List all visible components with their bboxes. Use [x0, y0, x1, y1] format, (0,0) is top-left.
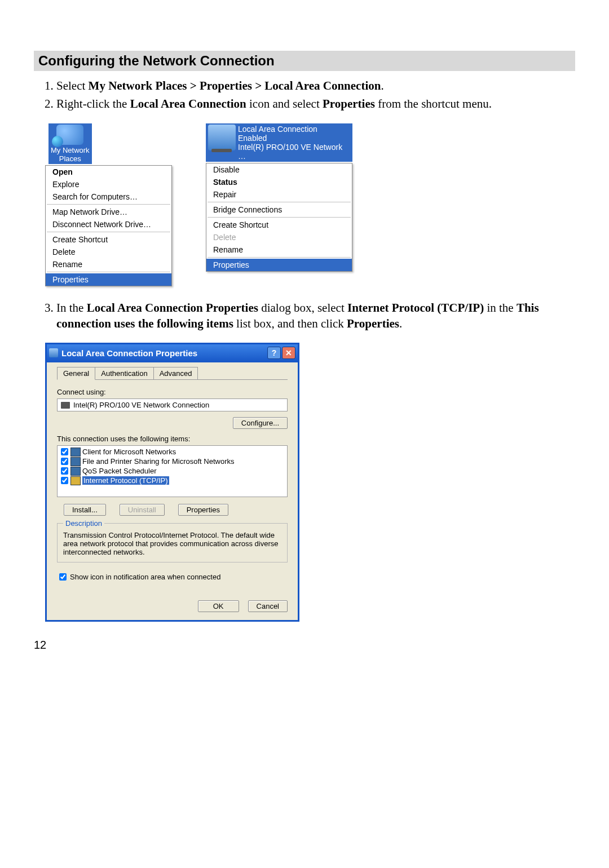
component-icon [70, 467, 81, 476]
local-area-connection-icon[interactable]: Local Area Connection Enabled Intel(R) P… [206, 123, 352, 162]
menu-item-disconnect-drive[interactable]: Disconnect Network Drive… [46, 218, 171, 231]
menu-item-delete-disabled: Delete [206, 231, 352, 243]
nic-icon [61, 402, 70, 409]
menu-item-explore[interactable]: Explore [46, 178, 171, 191]
menu-item-rename[interactable]: Rename [206, 243, 352, 256]
globe-icon [56, 125, 83, 145]
lac-adapter: Intel(R) PRO/100 VE Network … [238, 143, 350, 161]
lac-name: Local Area Connection [238, 125, 350, 134]
menu-separator [208, 217, 351, 218]
section-heading: Configuring the Network Connection [34, 51, 575, 71]
menu-item-search-computers[interactable]: Search for Computers… [46, 191, 171, 203]
checkbox-fps[interactable] [61, 458, 68, 465]
checkbox-qos[interactable] [61, 467, 68, 475]
menu-item-properties[interactable]: Properties [206, 259, 352, 271]
instruction-list-cont: In the Local Area Connection Properties … [34, 300, 575, 332]
protocol-icon [70, 476, 81, 485]
menu-item-create-shortcut[interactable]: Create Shortcut [206, 219, 352, 231]
checkbox-client[interactable] [61, 448, 68, 455]
cancel-button[interactable]: Cancel [248, 600, 288, 612]
adapter-field: Intel(R) PRO/100 VE Network Connection [57, 398, 288, 411]
list-item-qos[interactable]: QoS Packet Scheduler [59, 466, 286, 476]
description-text: Transmission Control Protocol/Internet P… [63, 531, 281, 556]
list-item-fps[interactable]: File and Printer Sharing for Microsoft N… [59, 457, 286, 466]
menu-item-repair[interactable]: Repair [206, 188, 352, 201]
my-network-places-icon[interactable]: My Network Places [48, 123, 92, 164]
menu-item-disable[interactable]: Disable [206, 163, 352, 176]
step-1: Select My Network Places > Properties > … [56, 78, 575, 94]
show-tray-icon-checkbox[interactable] [59, 573, 67, 581]
menu-item-bridge[interactable]: Bridge Connections [206, 203, 352, 216]
help-button[interactable]: ? [267, 347, 281, 359]
menu-item-open[interactable]: Open [46, 166, 171, 178]
lac-status: Enabled [238, 134, 350, 143]
uses-items-label: This connection uses the following items… [57, 435, 288, 443]
tab-general[interactable]: General [57, 367, 95, 380]
install-button[interactable]: Install... [64, 504, 106, 516]
step-3: In the Local Area Connection Properties … [56, 300, 575, 332]
close-button[interactable]: ✕ [282, 347, 295, 359]
uninstall-button: Uninstall [120, 504, 165, 516]
screenshot-network-places: My Network Places Open Explore Search fo… [45, 123, 172, 286]
components-listbox[interactable]: Client for Microsoft Networks File and P… [57, 445, 288, 497]
menu-item-delete[interactable]: Delete [46, 246, 171, 258]
component-icon [70, 448, 81, 457]
titlebar[interactable]: Local Area Connection Properties ? ✕ [47, 344, 298, 362]
my-network-places-label: My Network Places [51, 146, 90, 163]
tab-authentication[interactable]: Authentication [95, 367, 153, 379]
description-legend: Description [63, 519, 104, 528]
tab-strip: General Authentication Advanced [57, 367, 288, 380]
menu-separator [47, 204, 170, 205]
menu-item-create-shortcut[interactable]: Create Shortcut [46, 233, 171, 246]
step-2: Right-click the Local Area Connection ic… [56, 96, 575, 112]
menu-separator [208, 257, 351, 258]
adapter-name: Intel(R) PRO/100 VE Network Connection [73, 401, 209, 409]
description-group: Description Transmission Control Protoco… [57, 519, 288, 563]
menu-item-rename[interactable]: Rename [46, 258, 171, 271]
configure-button[interactable]: Configure... [233, 417, 288, 429]
show-tray-icon-label: Show icon in notification area when conn… [70, 573, 220, 581]
context-menu-lac: Disable Status Repair Bridge Connections… [206, 163, 352, 272]
connect-using-label: Connect using: [57, 388, 288, 396]
menu-separator [47, 232, 170, 232]
menu-item-map-drive[interactable]: Map Network Drive… [46, 206, 171, 218]
menu-item-properties[interactable]: Properties [46, 273, 171, 286]
properties-button[interactable]: Properties [178, 504, 228, 516]
dialog-icon [49, 348, 58, 357]
instruction-list: Select My Network Places > Properties > … [34, 78, 575, 112]
menu-item-status[interactable]: Status [206, 176, 352, 188]
list-item-client[interactable]: Client for Microsoft Networks [59, 447, 286, 457]
component-icon [70, 457, 81, 466]
screenshot-lac: Local Area Connection Enabled Intel(R) P… [206, 123, 352, 286]
lac-properties-dialog: Local Area Connection Properties ? ✕ Gen… [45, 343, 299, 622]
menu-separator [208, 202, 351, 202]
dialog-title: Local Area Connection Properties [61, 348, 197, 358]
tab-advanced[interactable]: Advanced [153, 367, 198, 379]
network-adapter-icon [208, 125, 236, 150]
checkbox-tcpip[interactable] [61, 477, 68, 484]
menu-separator [47, 272, 170, 272]
page-number: 12 [34, 639, 575, 652]
list-item-tcpip[interactable]: Internet Protocol (TCP/IP) [59, 476, 286, 485]
ok-button[interactable]: OK [198, 600, 239, 612]
context-menu-network-places: Open Explore Search for Computers… Map N… [45, 165, 172, 286]
